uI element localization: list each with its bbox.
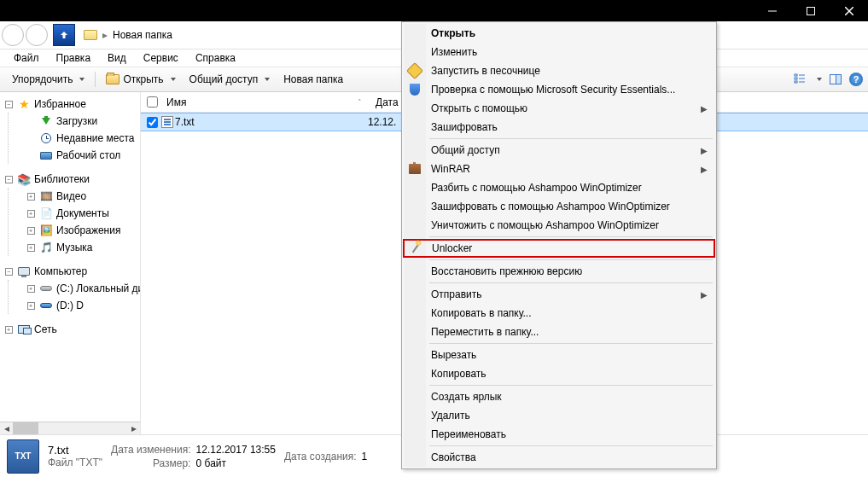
cm-ashampoo-destroy[interactable]: Уничтожить с помощью Ashampoo WinOptimiz… (404, 216, 714, 235)
cm-rename[interactable]: Переименовать (404, 425, 714, 444)
cm-restore-version[interactable]: Восстановить прежнюю версию (404, 262, 714, 281)
tree-drive-c[interactable]: +(C:) Локальный ди (22, 280, 140, 297)
view-options-button[interactable] (793, 73, 807, 86)
cm-label: Уничтожить с помощью Ashampoo WinOptimiz… (431, 219, 659, 231)
preview-pane-button[interactable] (829, 73, 842, 86)
nav-up-button[interactable] (53, 24, 75, 46)
submenu-arrow-icon: ▶ (701, 290, 708, 300)
details-size-value: 0 байт (196, 457, 276, 469)
cm-label: Зашифровать с помощью Ashampoo WinOptimi… (431, 201, 670, 212)
cm-copy-to-folder[interactable]: Копировать в папку... (404, 304, 714, 323)
sidebar-hscroll[interactable]: ◂ ▸ (0, 422, 140, 434)
share-button[interactable]: Общий доступ (183, 69, 277, 90)
tree-documents[interactable]: +📄Документы (22, 205, 140, 222)
chevron-down-icon (171, 78, 176, 81)
menu-tools[interactable]: Сервис (135, 50, 187, 66)
tree-network[interactable]: + Сеть (0, 321, 140, 338)
row-checkbox[interactable] (144, 117, 160, 128)
minimize-button[interactable] (753, 0, 791, 21)
chevron-down-icon[interactable] (817, 78, 822, 81)
select-all-checkbox[interactable] (144, 96, 160, 108)
tree-toggle[interactable]: + (26, 225, 36, 236)
svg-rect-6 (795, 81, 797, 83)
maximize-button[interactable] (791, 0, 830, 21)
cm-edit[interactable]: Изменить (404, 43, 714, 61)
chevron-down-icon (79, 78, 84, 81)
tree-label: Избранное (34, 98, 86, 110)
cm-sandboxie[interactable]: Запустить в песочнице (404, 61, 714, 80)
submenu-arrow-icon: ▶ (701, 146, 708, 155)
tree-desktop[interactable]: Рабочий стол (22, 147, 140, 164)
nav-back-button[interactable] (2, 24, 24, 46)
cm-winrar[interactable]: WinRAR▶ (404, 160, 714, 178)
drive-icon (39, 282, 53, 295)
cm-label: Unlocker (432, 242, 472, 254)
menu-edit[interactable]: Правка (48, 50, 100, 66)
tree-toggle[interactable]: − (3, 266, 14, 276)
nav-forward-button[interactable] (26, 24, 48, 46)
tree-favorites[interactable]: − ★ Избранное (0, 96, 140, 113)
tree-computer[interactable]: − Компьютер (0, 263, 140, 280)
cm-mse-scan[interactable]: Проверка с помощью Microsoft Security Es… (404, 80, 714, 99)
cm-label: Открыть с помощью (431, 102, 527, 114)
cm-properties[interactable]: Свойства (404, 448, 714, 467)
menu-view[interactable]: Вид (99, 50, 135, 66)
tree-drive-d[interactable]: +(D:) D (22, 297, 140, 314)
new-folder-button[interactable]: Новая папка (277, 69, 350, 90)
tree-label: Изображения (56, 224, 120, 236)
cm-cut[interactable]: Вырезать (404, 346, 714, 364)
cm-move-to-folder[interactable]: Переместить в папку... (404, 323, 714, 341)
desktop-icon (39, 148, 53, 162)
download-icon (39, 114, 53, 128)
cm-send-to[interactable]: Отправить▶ (404, 285, 714, 304)
tree-toggle[interactable]: − (3, 99, 14, 109)
tree-libraries[interactable]: − 📚 Библиотеки (0, 171, 140, 188)
tree-music[interactable]: +🎵Музыка (22, 239, 140, 256)
cm-create-shortcut[interactable]: Создать ярлык (404, 387, 714, 406)
open-folder-icon (106, 74, 119, 84)
cm-copy[interactable]: Копировать (404, 364, 714, 383)
cm-encrypt[interactable]: Зашифровать (404, 118, 714, 137)
cm-share[interactable]: Общий доступ▶ (404, 141, 714, 160)
menu-help[interactable]: Справка (187, 50, 244, 66)
tree-recent[interactable]: Недавние места (22, 130, 140, 147)
cm-unlocker[interactable]: Unlocker (403, 239, 715, 258)
cm-label: Удалить (431, 410, 470, 422)
breadcrumb-location[interactable]: Новая папка (113, 29, 172, 41)
cm-delete[interactable]: Удалить (404, 406, 714, 425)
tree-toggle[interactable]: + (3, 324, 14, 334)
tree-downloads[interactable]: Загрузки (22, 113, 140, 130)
video-icon: 🎞️ (39, 189, 53, 203)
tree-toggle[interactable]: + (26, 300, 36, 311)
tree-video[interactable]: +🎞️Видео (22, 188, 140, 205)
close-button[interactable] (830, 0, 868, 21)
cm-label: Переименовать (431, 428, 506, 440)
tree-label: Компьютер (34, 265, 87, 277)
cm-ashampoo-split[interactable]: Разбить с помощью Ashampoo WinOptimizer (404, 178, 714, 197)
details-created-value: 1 (362, 451, 368, 462)
help-button[interactable]: ? (849, 73, 863, 86)
cm-label: Открыть (431, 27, 475, 39)
cm-label: Запустить в песочнице (431, 65, 540, 77)
breadcrumb[interactable]: ▸ Новая папка (84, 26, 172, 44)
cm-ashampoo-encrypt[interactable]: Зашифровать с помощью Ashampoo WinOptimi… (404, 197, 714, 216)
tree-images[interactable]: +🖼️Изображения (22, 222, 140, 239)
cm-label: Отправить (431, 288, 482, 300)
column-name[interactable]: Имя˄ (160, 96, 369, 108)
organize-button[interactable]: Упорядочить (5, 69, 91, 90)
cm-open-with[interactable]: Открыть с помощью▶ (404, 99, 714, 118)
cm-open[interactable]: Открыть (404, 24, 714, 43)
chevron-down-icon (265, 78, 270, 81)
documents-icon: 📄 (39, 207, 53, 220)
open-button[interactable]: Открыть (99, 69, 182, 90)
tree-toggle[interactable]: + (26, 208, 36, 218)
menu-file[interactable]: Файл (5, 50, 48, 66)
tree-toggle[interactable]: + (26, 283, 36, 294)
tree-toggle[interactable]: + (26, 191, 36, 201)
submenu-arrow-icon: ▶ (701, 104, 708, 113)
details-modified-label: Дата изменения: (111, 444, 191, 456)
navigation-pane[interactable]: − ★ Избранное Загрузки Недавние места Ра… (0, 92, 141, 434)
file-name: 7.txt (175, 116, 368, 128)
tree-toggle[interactable]: + (26, 242, 36, 253)
tree-toggle[interactable]: − (3, 174, 14, 184)
